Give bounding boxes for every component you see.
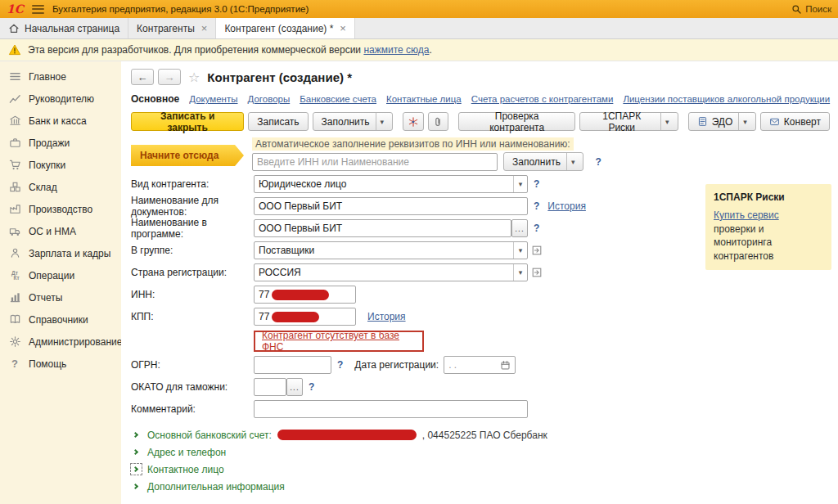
sidebar-item-administration[interactable]: Администрирование: [0, 331, 121, 353]
main-sidebar: Главное Руководителю Банк и касса Продаж…: [0, 61, 121, 504]
window-title: Бухгалтерия предприятия, редакция 3.0 (1…: [52, 4, 309, 14]
favorite-star-icon[interactable]: ☆: [188, 70, 200, 85]
tab-settlement-accounts[interactable]: Счета расчетов с контрагентами: [471, 94, 614, 104]
chevron-right-icon[interactable]: [131, 447, 142, 457]
comment-input[interactable]: [254, 400, 528, 418]
tab-dokumenty[interactable]: Документы: [189, 94, 237, 104]
help-icon[interactable]: ?: [309, 381, 314, 393]
kind-label: Вид контрагента:: [131, 178, 254, 190]
sidebar-item-fixed-assets[interactable]: ОС и НМА: [0, 220, 121, 242]
buy-service-link[interactable]: Купить сервис: [714, 209, 779, 221]
help-icon[interactable]: ?: [595, 156, 601, 168]
sidebar-item-purchases[interactable]: Покупки: [0, 154, 121, 176]
fill-menu-button[interactable]: Заполнить▾: [313, 112, 393, 131]
help-icon[interactable]: ?: [337, 359, 343, 371]
warning-message: Эта версия для разработчиков. Для приобр…: [28, 44, 361, 56]
tab-contact-persons[interactable]: Контактные лица: [386, 94, 462, 104]
help-icon[interactable]: ?: [534, 178, 539, 190]
section-contact-person[interactable]: Контактное лицо: [131, 461, 830, 478]
ellipsis-button[interactable]: ...: [286, 378, 303, 396]
envelope-button[interactable]: Конверт: [760, 112, 830, 131]
sidebar-item-operations[interactable]: ДтКт Операции: [0, 264, 121, 286]
open-icon[interactable]: [531, 245, 543, 256]
doc-header: ← → ☆ Контрагент (создание) *: [131, 68, 830, 86]
okato-input[interactable]: [254, 378, 286, 396]
sidebar-item-reports[interactable]: Отчеты: [0, 286, 121, 308]
reg-date-input[interactable]: . .: [444, 356, 516, 374]
section-address-phone[interactable]: Адрес и телефон: [131, 443, 830, 461]
section-title: Адрес и телефон: [147, 447, 226, 458]
warning-icon: [8, 43, 21, 56]
section-bank-account[interactable]: Основной банковский счет: , 044525225 ПА…: [131, 426, 830, 443]
tab-bank-accounts[interactable]: Банковские счета: [300, 94, 376, 104]
ellipsis-button[interactable]: ...: [511, 219, 528, 237]
section-value: , 044525225 ПАО Сбербанк: [422, 430, 547, 441]
sidebar-item-sales[interactable]: Продажи: [0, 132, 121, 154]
snowflake-icon: [408, 116, 419, 128]
sidebar-item-bank-cash[interactable]: Банк и касса: [0, 110, 121, 132]
1c-logo: 1С: [7, 3, 24, 15]
ogrn-input[interactable]: [254, 356, 331, 374]
sidebar-item-help[interactable]: ? Помощь: [0, 353, 121, 375]
menu-lines-icon: [8, 70, 21, 83]
row-okato: ОКАТО для таможни: ... ?: [131, 378, 830, 396]
group-select[interactable]: Поставщики ▾: [254, 241, 528, 259]
section-additional-info[interactable]: Дополнительная информация: [131, 478, 830, 495]
home-icon: [8, 23, 20, 34]
kpp-history-link[interactable]: История: [367, 311, 406, 322]
kpp-input[interactable]: 77: [254, 308, 356, 326]
tab-dogovory[interactable]: Договоры: [248, 94, 291, 104]
kind-select[interactable]: Юридическое лицо ▾: [254, 175, 528, 193]
buy-commercial-link[interactable]: нажмите сюда: [363, 44, 429, 56]
save-button[interactable]: Записать: [248, 112, 308, 131]
chevron-right-icon[interactable]: [131, 464, 142, 475]
sidebar-item-main[interactable]: Главное: [0, 65, 121, 88]
close-icon[interactable]: ×: [201, 22, 208, 34]
chevron-down-icon[interactable]: ▾: [513, 264, 527, 281]
truck-icon: [8, 225, 21, 238]
inn-or-name-input[interactable]: [252, 153, 498, 171]
sidebar-item-production[interactable]: Производство: [0, 198, 121, 220]
tab-kontragenty[interactable]: Контрагенты ×: [128, 18, 216, 38]
edo-button[interactable]: ЭДО▾: [688, 112, 756, 131]
chevron-down-icon[interactable]: ▾: [513, 242, 527, 259]
inn-input[interactable]: 77: [254, 286, 356, 304]
open-icon[interactable]: [531, 267, 543, 278]
sidebar-item-directories[interactable]: Справочники: [0, 308, 121, 331]
chevron-down-icon: ▾: [566, 153, 575, 170]
back-button[interactable]: ←: [131, 69, 154, 85]
help-icon[interactable]: ?: [534, 223, 539, 234]
close-icon[interactable]: ×: [340, 22, 346, 34]
group-label: В группе:: [131, 245, 254, 256]
tab-home[interactable]: Начальная страница: [0, 18, 128, 38]
global-search[interactable]: Поиск: [791, 4, 831, 15]
fill-from-inn-button[interactable]: Заполнить▾: [503, 152, 583, 171]
chevron-down-icon[interactable]: ▾: [513, 176, 527, 192]
sidebar-item-payroll-hr[interactable]: Зарплата и кадры: [0, 242, 121, 264]
sidebar-item-warehouse[interactable]: Склад: [0, 176, 121, 198]
country-select[interactable]: РОССИЯ ▾: [254, 263, 528, 281]
name-docs-input[interactable]: [254, 197, 528, 215]
forward-button[interactable]: →: [158, 69, 181, 85]
name-prog-input[interactable]: [254, 219, 511, 237]
links-button[interactable]: [403, 112, 423, 131]
calendar-icon[interactable]: [500, 360, 511, 371]
counterparty-check-button[interactable]: Проверка контрагента: [458, 112, 575, 131]
chevron-right-icon[interactable]: [131, 481, 142, 492]
name-docs-history-link[interactable]: История: [547, 200, 586, 212]
bank-account-redaction: [277, 430, 417, 440]
chevron-right-icon[interactable]: [131, 430, 142, 440]
spark-label: 1СПАРК Риски: [588, 110, 655, 133]
main-menu-icon[interactable]: [32, 5, 44, 14]
tab-alcohol-licenses[interactable]: Лицензии поставщиков алкогольной продукц…: [623, 94, 830, 104]
tab-kontragent-create[interactable]: Контрагент (создание) * ×: [216, 18, 355, 38]
fns-warning-link[interactable]: Контрагент отсутствует в базе ФНС: [262, 330, 416, 353]
okato-label: ОКАТО для таможни:: [131, 381, 254, 393]
help-icon[interactable]: ?: [534, 200, 539, 212]
sidebar-item-manager[interactable]: Руководителю: [0, 88, 121, 110]
attachments-button[interactable]: [428, 112, 448, 131]
save-close-button[interactable]: Записать и закрыть: [131, 112, 244, 131]
tab-osnovnoe[interactable]: Основное: [131, 93, 179, 105]
sidebar-item-label: Продажи: [29, 137, 70, 149]
spark-risks-button[interactable]: 1СПАРК Риски▾: [579, 112, 678, 131]
